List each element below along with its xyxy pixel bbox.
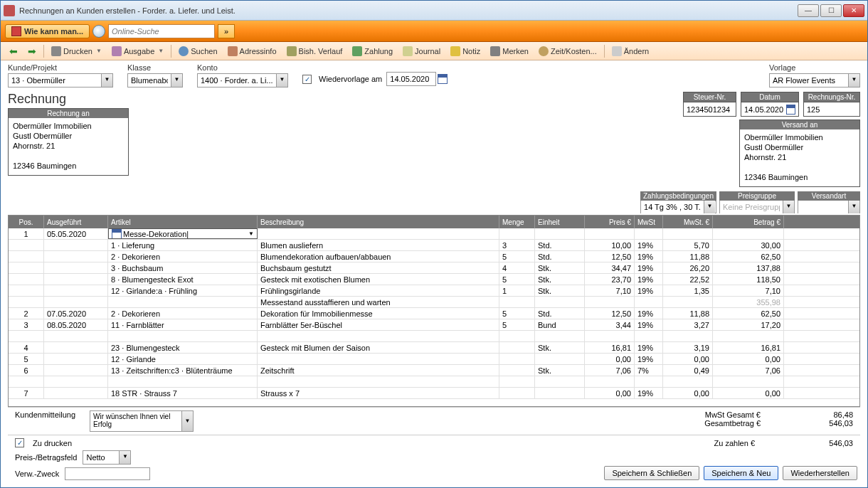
cell-item[interactable]: 12 · Girlande xyxy=(108,354,258,364)
cell-pos[interactable]: 7 xyxy=(9,388,44,398)
cell-unit[interactable]: Stk. xyxy=(535,262,585,273)
resubmit-date-input[interactable] xyxy=(386,72,436,86)
table-row[interactable]: 308.05.202011 · FarnblätterFarnblätter 5… xyxy=(9,319,859,331)
cell-item[interactable]: 12 · Girlande:a · Frühling xyxy=(108,285,258,296)
cell-vate[interactable]: 0,00 xyxy=(663,354,713,364)
table-row[interactable]: 613 · Zeitschriften:c3 · BlütenträumeZei… xyxy=(9,365,859,376)
cell-vat[interactable]: 19% xyxy=(635,274,663,285)
pricegroup-combo[interactable]: ▼ xyxy=(719,201,795,213)
cell-desc[interactable]: Strauss x 7 xyxy=(258,388,499,398)
help-pill[interactable]: Wie kann man... xyxy=(5,24,90,38)
cell-desc[interactable] xyxy=(258,228,499,239)
calendar-icon[interactable] xyxy=(438,74,448,84)
table-row[interactable]: 1 · LieferungBlumen ausliefern3Std.10,00… xyxy=(9,240,859,251)
cell-price[interactable]: 10,00 xyxy=(585,240,635,250)
cell-vate[interactable]: 3,19 xyxy=(663,342,713,353)
cell-pos[interactable]: 2 xyxy=(9,308,44,319)
table-row[interactable]: Messestand ausstaffieren und warten355,9… xyxy=(9,297,859,308)
cell-vat[interactable]: 19% xyxy=(635,319,663,330)
cell-vate[interactable] xyxy=(663,331,713,341)
invno-value[interactable]: 125 xyxy=(803,102,860,117)
cell-item[interactable]: 13 · Zeitschriften:c3 · Blütenträume xyxy=(108,365,258,376)
table-row[interactable]: 8 · Blumengesteck ExotGesteck mit exotis… xyxy=(9,274,859,285)
cell-total[interactable]: 118,50 xyxy=(713,274,784,285)
restore-button[interactable]: Wiederherstellen xyxy=(783,466,857,480)
history-button[interactable]: Bish. Verlauf xyxy=(282,45,347,58)
cell-total[interactable]: 17,20 xyxy=(713,319,784,330)
cell-vat[interactable]: 19% xyxy=(635,285,663,296)
date-value[interactable]: 14.05.2020 xyxy=(744,105,783,114)
cell-unit[interactable]: Bund xyxy=(535,319,585,330)
cell-price[interactable] xyxy=(585,376,635,387)
cell-unit[interactable] xyxy=(535,354,585,364)
cell-desc[interactable]: Buchsbaum gestutzt xyxy=(258,262,499,273)
cell-date[interactable]: 05.05.2020 xyxy=(44,228,108,239)
cell-qty[interactable]: 1 xyxy=(499,285,535,296)
col-vate[interactable]: MwSt. € xyxy=(663,216,713,228)
print-button[interactable]: Drucken▼ xyxy=(47,45,106,58)
toprint-checkbox[interactable] xyxy=(15,438,24,447)
cell-vat[interactable] xyxy=(635,376,663,387)
taxno-value[interactable]: 1234501234 xyxy=(683,102,736,117)
resubmit-checkbox[interactable] xyxy=(302,75,312,84)
table-row[interactable]: 718 STR · Strauss 7Strauss x 70,0019%0,0… xyxy=(9,388,859,399)
cell-item[interactable]: 8 · Blumengesteck Exot xyxy=(108,274,258,285)
cell-desc[interactable] xyxy=(258,331,499,341)
cell-pos[interactable] xyxy=(9,240,44,250)
template-combo[interactable]: ▼ xyxy=(769,73,860,87)
output-button[interactable]: Ausgabe▼ xyxy=(107,45,168,58)
cell-item[interactable]: 18 STR · Strauss 7 xyxy=(108,388,258,398)
cell-qty[interactable] xyxy=(499,376,535,387)
cell-vat[interactable]: 19% xyxy=(635,354,663,364)
cell-item[interactable]: 11 · Farnblätter xyxy=(108,319,258,330)
cell-date[interactable]: 07.05.2020 xyxy=(44,308,108,319)
cell-vate[interactable]: 11,88 xyxy=(663,308,713,319)
cell-vat[interactable]: 7% xyxy=(635,365,663,376)
cell-vate[interactable]: 0,49 xyxy=(663,365,713,376)
customer-msg-input[interactable]: Wir wünschen Ihnen viel Erfolg xyxy=(90,410,182,432)
cell-price[interactable] xyxy=(585,228,635,239)
col-qty[interactable]: Menge xyxy=(499,216,535,228)
cell-total[interactable]: 16,81 xyxy=(713,342,784,353)
cell-date[interactable] xyxy=(44,388,108,398)
cell-price[interactable]: 7,06 xyxy=(585,365,635,376)
cell-item[interactable]: 3 · Buchsbaum xyxy=(108,262,258,273)
save-close-button[interactable]: Speichern & Schließen xyxy=(604,466,699,480)
cell-date[interactable] xyxy=(44,274,108,285)
cell-vat[interactable] xyxy=(635,228,663,239)
cell-price[interactable] xyxy=(585,297,635,307)
cell-total[interactable]: 0,00 xyxy=(713,388,784,398)
cell-item[interactable] xyxy=(108,297,258,307)
save-new-button[interactable]: Speichern & Neu xyxy=(704,466,778,480)
cell-pos[interactable]: 4 xyxy=(9,342,44,353)
timecost-button[interactable]: Zeit/Kosten... xyxy=(534,45,601,58)
payment-button[interactable]: Zahlung xyxy=(348,45,397,58)
cell-unit[interactable]: Stk. xyxy=(535,342,585,353)
table-row[interactable] xyxy=(9,331,859,342)
maximize-button[interactable]: ☐ xyxy=(820,4,842,17)
cell-price[interactable] xyxy=(585,331,635,341)
customer-combo[interactable]: ▼ xyxy=(8,73,113,87)
cell-date[interactable] xyxy=(44,251,108,262)
cell-date[interactable] xyxy=(44,354,108,364)
online-search-input[interactable] xyxy=(108,24,215,38)
cell-qty[interactable]: 4 xyxy=(499,262,535,273)
col-date[interactable]: Ausgeführt xyxy=(44,216,108,228)
cell-total[interactable]: 355,98 xyxy=(713,297,784,307)
cell-desc[interactable]: Frühlingsgirlande xyxy=(258,285,499,296)
cell-total[interactable] xyxy=(713,376,784,387)
cell-unit[interactable]: Std. xyxy=(535,240,585,250)
billto-block[interactable]: Rechnung an Obermüller Immobilien Gustl … xyxy=(8,108,129,176)
cell-item[interactable]: 23 · Blumengesteck xyxy=(108,342,258,353)
cell-total[interactable]: 30,00 xyxy=(713,240,784,250)
cell-date[interactable] xyxy=(44,342,108,353)
cell-desc[interactable]: Zeitschrift xyxy=(258,365,499,376)
cell-qty[interactable] xyxy=(499,354,535,364)
cell-item[interactable] xyxy=(108,331,258,341)
cell-date[interactable] xyxy=(44,297,108,307)
col-vat[interactable]: MwSt xyxy=(635,216,663,228)
cell-qty[interactable] xyxy=(499,297,535,307)
cell-vat[interactable]: 19% xyxy=(635,388,663,398)
table-row[interactable] xyxy=(9,376,859,388)
cell-pos[interactable] xyxy=(9,297,44,307)
